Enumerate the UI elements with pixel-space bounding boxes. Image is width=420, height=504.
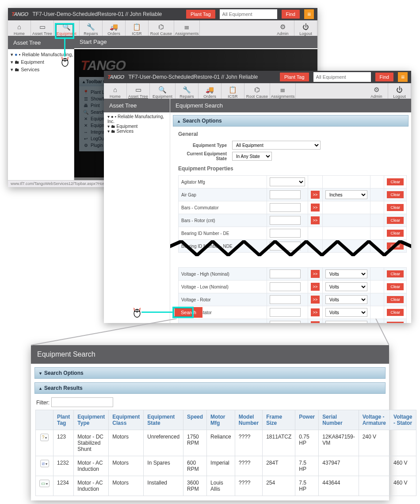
nav-orders[interactable]: 🚚Orders: [103, 20, 126, 38]
clear-button[interactable]: Clear: [387, 296, 404, 303]
property-input[interactable]: [270, 282, 301, 291]
column-header[interactable]: Plant Tag: [53, 410, 74, 430]
power-icon: ⏻: [294, 23, 317, 31]
column-header[interactable]: [36, 410, 53, 430]
clear-button[interactable]: Clear: [387, 204, 404, 211]
clear-button[interactable]: Clear: [387, 230, 404, 237]
operator-button[interactable]: >>: [311, 283, 320, 291]
results-panel: Equipment Search ▾Search Options ▴Search…: [31, 345, 389, 500]
clear-button[interactable]: Clear: [387, 217, 404, 224]
clear-button[interactable]: Clear: [387, 270, 404, 277]
operator-button[interactable]: >>: [311, 216, 320, 224]
search-input[interactable]: [220, 9, 277, 19]
nav-icsr[interactable]: 📋ICSR: [126, 20, 149, 38]
search-options-section[interactable]: ▴Search Options: [173, 115, 409, 127]
nav-icsr[interactable]: 📋ICSR: [221, 83, 244, 101]
clear-button[interactable]: Clear: [387, 178, 404, 185]
property-unit-cell: [323, 176, 370, 189]
property-op-cell: [308, 227, 323, 240]
column-header[interactable]: Model Number: [235, 410, 262, 430]
row-action-menu[interactable]: ⎚▾: [40, 460, 49, 467]
nav-asset-tree[interactable]: ▭Asset Tree: [127, 83, 150, 101]
connector-line: [141, 312, 172, 313]
filter-input[interactable]: [51, 397, 113, 407]
cell-equip-state: Unreferenced: [144, 430, 183, 456]
nav-assignments[interactable]: ≣Assignments: [270, 83, 296, 101]
row-action-menu[interactable]: ?▾: [40, 434, 49, 441]
find-button[interactable]: Find: [282, 10, 300, 19]
nav-asset-tree[interactable]: ▭Asset Tree: [31, 20, 54, 38]
property-input[interactable]: [270, 229, 301, 238]
tree-node-root[interactable]: ▾ ● ▪ Reliable Manufacturing, Inc.: [107, 114, 168, 124]
column-header[interactable]: Voltage - Armature: [359, 410, 389, 430]
nav-admin[interactable]: ⚙Admin: [271, 20, 294, 38]
cell-model: ????: [235, 456, 262, 476]
clear-button[interactable]: Clear: [387, 283, 404, 290]
menu-button[interactable]: ≡: [304, 9, 314, 19]
column-header[interactable]: Equipment Class: [109, 410, 144, 430]
nav-logout[interactable]: ⏻Logout: [388, 83, 411, 101]
tree-node-serv[interactable]: ▾ 🖿 Services: [11, 66, 72, 73]
unit-select[interactable]: Inches: [325, 190, 367, 199]
clear-button[interactable]: Clear: [387, 191, 404, 198]
column-header[interactable]: Frame Size: [263, 410, 295, 430]
tree-node-equip[interactable]: ▾ 🖿 Equipment: [107, 124, 168, 129]
unit-select[interactable]: Volts: [325, 282, 367, 291]
unit-select[interactable]: Volts: [325, 295, 367, 304]
nav-orders[interactable]: 🚚Orders: [199, 83, 221, 101]
unit-select[interactable]: Volts: [325, 269, 367, 278]
clear-button[interactable]: Clear: [387, 309, 404, 316]
column-header[interactable]: Equipment Type: [74, 410, 109, 430]
property-input[interactable]: [270, 203, 301, 212]
clear-button[interactable]: Clear: [387, 322, 404, 323]
find-button[interactable]: Find: [375, 73, 393, 81]
search-results-section[interactable]: ▴Search Results: [34, 382, 386, 394]
menu-button[interactable]: ≡: [398, 72, 408, 82]
column-header[interactable]: Motor Mfg: [207, 410, 235, 430]
operator-button[interactable]: >>: [311, 296, 320, 304]
nav-admin[interactable]: ⚙Admin: [365, 83, 388, 101]
search-input[interactable]: [313, 72, 371, 82]
property-clear-cell: Clear: [384, 214, 407, 227]
cell-volt-stator: 460 V: [390, 456, 416, 476]
property-input[interactable]: [270, 308, 301, 317]
nav-equipment[interactable]: 🔍Equipment: [150, 83, 176, 101]
column-header[interactable]: Voltage - Stator: [390, 410, 416, 430]
property-input[interactable]: [270, 216, 301, 225]
column-header[interactable]: Power: [295, 410, 319, 430]
property-select[interactable]: [270, 177, 305, 186]
property-row: Voltage - Stator>>VoltsClear: [179, 306, 407, 319]
column-header[interactable]: Speed: [183, 410, 207, 430]
property-input[interactable]: [270, 190, 301, 199]
row-action-menu[interactable]: ▭▾: [39, 480, 50, 487]
column-header[interactable]: Serial Number: [319, 410, 359, 430]
flow-icon: ⌬: [244, 86, 270, 93]
truck-icon: 🚚: [199, 86, 221, 93]
property-name: Agitator Mfg: [179, 176, 267, 189]
operator-button[interactable]: >>: [311, 191, 320, 199]
property-input[interactable]: [270, 295, 301, 304]
column-header[interactable]: Equipment State: [144, 410, 183, 430]
nav-logout[interactable]: ⏻Logout: [294, 20, 317, 38]
plant-tag-button[interactable]: Plant Tag: [186, 10, 215, 19]
tree-node-serv[interactable]: ▾ 🖿 Services: [107, 129, 168, 134]
operator-button[interactable]: >>: [311, 204, 320, 212]
equipment-search-head: Equipment Search: [170, 99, 411, 112]
nav-assignments[interactable]: ≣Assignments: [174, 20, 200, 38]
plant-tag-button[interactable]: Plant Tag: [280, 73, 309, 81]
nav-home[interactable]: ⌂Home: [104, 83, 127, 101]
nav-repairs[interactable]: 🔧Repairs: [80, 20, 103, 38]
nav-root-cause[interactable]: ⌬Root Cause: [149, 20, 174, 38]
property-input[interactable]: [270, 269, 301, 278]
equip-state-select[interactable]: In Any State: [232, 152, 272, 161]
nav-home[interactable]: ⌂Home: [8, 20, 31, 38]
search-options-section-collapsed[interactable]: ▾Search Options: [34, 367, 386, 379]
property-unit-cell: Inches: [323, 189, 370, 201]
equip-type-select[interactable]: All Equipment: [232, 141, 321, 150]
nav-root-cause[interactable]: ⌬Root Cause: [244, 83, 270, 101]
unit-select[interactable]: Volts: [325, 308, 367, 317]
property-name: Voltage - Low (Nominal): [179, 281, 267, 293]
operator-button[interactable]: >>: [311, 308, 320, 316]
operator-button[interactable]: >>: [311, 270, 320, 278]
nav-repairs[interactable]: 🔧Repairs: [176, 83, 199, 101]
